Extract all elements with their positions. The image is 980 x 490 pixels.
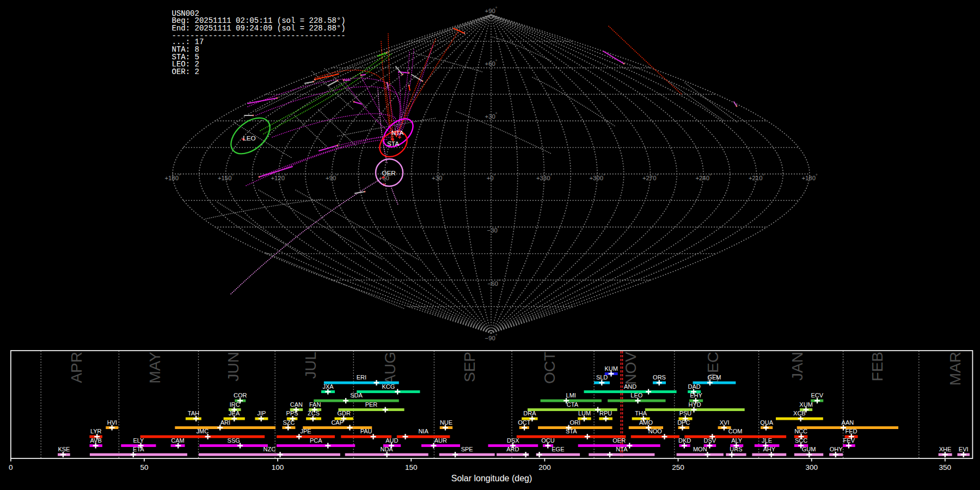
svg-text:JAN: JAN (789, 352, 806, 381)
svg-text:APR: APR (68, 352, 85, 383)
svg-text:OCU: OCU (541, 437, 555, 444)
svg-text:STA: STA (387, 140, 399, 148)
svg-text:+270°: +270° (642, 173, 658, 181)
svg-text:SCC: SCC (795, 437, 807, 444)
svg-text:XVI: XVI (720, 419, 730, 426)
svg-text:PCA: PCA (310, 437, 322, 444)
svg-text:JEA: JEA (229, 410, 240, 416)
svg-text:PPS: PPS (286, 410, 298, 416)
svg-text:NOV: NOV (622, 352, 639, 385)
svg-text:LUM: LUM (578, 410, 591, 416)
svg-text:+180°: +180° (164, 173, 180, 181)
svg-text:NTA: NTA (391, 129, 404, 137)
svg-text:TAH: TAH (188, 410, 199, 416)
svg-text:PAU: PAU (360, 428, 372, 434)
svg-text:ORS: ORS (653, 374, 666, 381)
svg-text:GEM: GEM (707, 374, 721, 381)
svg-text:DAD: DAD (688, 383, 701, 390)
svg-text:CTA: CTA (567, 401, 579, 408)
svg-text:EVI: EVI (959, 446, 969, 452)
svg-text:LYR: LYR (90, 428, 102, 434)
svg-text:200: 200 (538, 463, 551, 471)
svg-text:HYD: HYD (689, 401, 701, 408)
svg-text:LMI: LMI (566, 392, 576, 399)
svg-text:RPU: RPU (599, 410, 612, 416)
svg-text:NOO: NOO (648, 428, 663, 434)
svg-text:50: 50 (140, 463, 148, 471)
svg-text:ZCS: ZCS (308, 410, 320, 416)
svg-text:AAN: AAN (842, 419, 854, 426)
svg-text:QUA: QUA (760, 419, 774, 426)
svg-text:DRA: DRA (523, 410, 536, 416)
svg-text:Solar longitude (deg): Solar longitude (deg) (451, 474, 532, 483)
svg-text:IRC: IRC (230, 401, 240, 408)
svg-text:LEO: LEO (243, 134, 256, 142)
svg-text:OER: OER (382, 169, 396, 177)
svg-text:ELY: ELY (133, 437, 144, 444)
svg-text:EHY: EHY (690, 392, 702, 399)
svg-text:ECV: ECV (811, 392, 823, 399)
svg-text:NUE: NUE (440, 419, 452, 426)
svg-text:DSV: DSV (704, 437, 716, 444)
svg-text:KUM: KUM (604, 365, 617, 372)
svg-text:MAY: MAY (146, 352, 163, 384)
svg-text:SPE: SPE (461, 446, 473, 452)
svg-text:OCT: OCT (518, 419, 531, 426)
svg-text:FEB: FEB (869, 352, 886, 381)
svg-text:+210°: +210° (749, 173, 764, 181)
svg-text:ORI: ORI (570, 419, 581, 426)
svg-text:ARI: ARI (220, 419, 230, 426)
svg-text:KSE: KSE (58, 446, 70, 452)
svg-text:DSX: DSX (507, 437, 519, 444)
svg-text:HVI: HVI (107, 419, 117, 426)
svg-text:PER: PER (365, 401, 378, 408)
svg-text:OER: OER (612, 437, 626, 444)
svg-text:JMC: JMC (196, 428, 209, 434)
svg-text:+240°: +240° (695, 173, 711, 181)
svg-text:150: 150 (405, 463, 418, 471)
svg-text:GUM: GUM (802, 446, 816, 452)
svg-text:AVB: AVB (90, 437, 102, 444)
svg-text:FEV: FEV (843, 437, 855, 444)
svg-text:COR: COR (234, 392, 247, 399)
svg-text:SLD: SLD (596, 374, 608, 381)
svg-text:SZC: SZC (283, 419, 295, 426)
svg-text:COM: COM (728, 428, 743, 434)
svg-text:300: 300 (805, 463, 818, 471)
svg-text:JIP: JIP (257, 410, 266, 416)
svg-text:JLE: JLE (762, 437, 772, 444)
svg-text:THA: THA (635, 410, 647, 416)
svg-text:AUR: AUR (434, 437, 447, 444)
svg-text:+330°: +330° (536, 173, 552, 181)
svg-text:AND: AND (624, 383, 636, 390)
svg-text:MAR: MAR (947, 352, 964, 385)
svg-text:URS: URS (730, 446, 742, 452)
svg-text:OHY: OHY (830, 446, 843, 452)
svg-text:KCG: KCG (382, 383, 395, 390)
svg-text:XCB: XCB (793, 410, 806, 416)
svg-text:XUM: XUM (799, 401, 812, 408)
svg-text:MON: MON (693, 446, 707, 452)
svg-text:ARD: ARD (506, 446, 519, 452)
svg-text:ALY: ALY (731, 437, 743, 444)
svg-text:AUG: AUG (382, 352, 399, 385)
svg-text:250: 250 (672, 463, 684, 471)
svg-text:XHE: XHE (939, 446, 952, 452)
svg-text:NIA: NIA (418, 428, 428, 434)
svg-text:SSG: SSG (228, 437, 240, 444)
svg-text:EGE: EGE (552, 446, 564, 452)
svg-text:JUL: JUL (302, 352, 319, 379)
svg-text:+300°: +300° (589, 173, 605, 181)
svg-text:STA: STA (566, 428, 577, 434)
svg-text:AUD: AUD (385, 437, 398, 444)
svg-text:FED: FED (846, 428, 857, 434)
svg-text:JPE: JPE (301, 428, 311, 434)
svg-text:NCC: NCC (794, 428, 807, 434)
svg-text:CAP: CAP (331, 419, 344, 426)
svg-text:+180°: +180° (801, 173, 817, 181)
svg-text:NDA: NDA (380, 446, 393, 452)
svg-text:LEO: LEO (630, 392, 642, 399)
svg-text:FAN: FAN (309, 401, 321, 408)
svg-text:JUN: JUN (225, 352, 242, 381)
svg-text:SEP: SEP (461, 352, 478, 382)
